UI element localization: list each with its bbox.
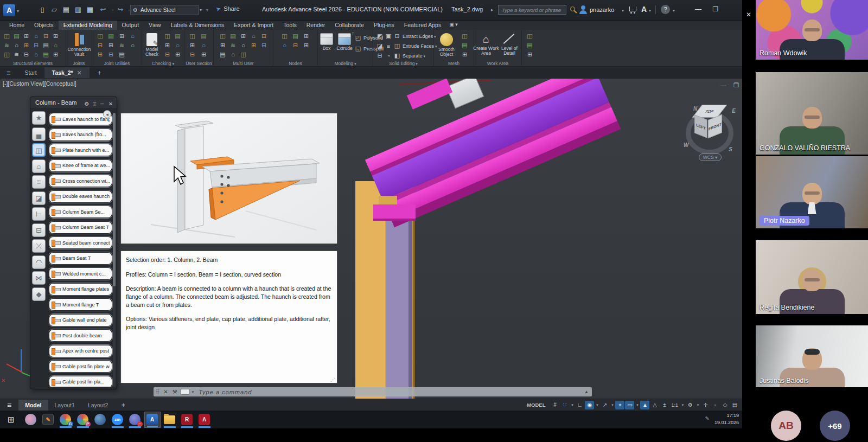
tool-icon[interactable]: [259, 31, 269, 41]
tool-icon[interactable]: ▣: [384, 33, 393, 40]
tool-icon[interactable]: [228, 41, 238, 50]
user-menu-chevron-icon[interactable]: ▾: [622, 8, 624, 13]
category-pipe-icon[interactable]: ⊟: [32, 223, 46, 237]
polar-chevron-icon[interactable]: ▾: [595, 401, 599, 409]
taskbar-photos-icon[interactable]: [23, 412, 39, 428]
panel-label[interactable]: Checking: [142, 61, 184, 66]
window-close-button[interactable]: ✕: [744, 11, 754, 18]
save-icon[interactable]: ▤: [61, 4, 72, 15]
tool-icon[interactable]: ◧: [393, 52, 401, 59]
command-customize-icon[interactable]: ⚒: [170, 389, 180, 395]
tab-close-icon[interactable]: ✕: [77, 69, 82, 76]
customization-icon[interactable]: ▤: [730, 401, 739, 409]
tool-icon[interactable]: [228, 50, 238, 59]
tool-icon[interactable]: [460, 50, 469, 59]
category-plate-icon[interactable]: ◆: [32, 287, 46, 301]
joint-list-item[interactable]: Knee of frame at we...: [49, 159, 112, 172]
wcs-dropdown[interactable]: WCS ▾: [699, 153, 722, 161]
tool-icon[interactable]: [525, 50, 534, 59]
tool-icon[interactable]: [302, 31, 311, 41]
tool-icon[interactable]: [41, 50, 50, 59]
tool-icon[interactable]: [188, 50, 197, 59]
joint-list-item[interactable]: Cross connection wi...: [49, 175, 112, 187]
panel-label[interactable]: Work Area: [474, 61, 521, 66]
tab-task-2[interactable]: Task_2*✕: [44, 67, 90, 78]
category-column-beam-icon[interactable]: ◫: [32, 143, 46, 157]
palette-settings-icon[interactable]: ⚙: [83, 99, 91, 110]
model-space-label[interactable]: MODEL: [527, 402, 545, 408]
tool-icon[interactable]: [117, 31, 126, 41]
tab-view[interactable]: View: [144, 21, 166, 30]
layout-menu-icon[interactable]: ≡: [0, 401, 18, 409]
tool-icon[interactable]: [199, 41, 208, 50]
panel-label[interactable]: Nodes: [273, 61, 317, 66]
joint-list-item[interactable]: Welded moment c...: [49, 267, 112, 280]
autodesk-app-icon[interactable]: A: [641, 5, 647, 14]
tool-icon[interactable]: [106, 31, 116, 41]
annotation-scale-icon[interactable]: ±: [660, 401, 669, 409]
viewport-controls-label[interactable]: [-][Custom View][Conceptual]: [3, 80, 76, 87]
tool-icon[interactable]: ◩: [375, 33, 384, 40]
window-minimize-button[interactable]: —: [693, 5, 703, 13]
app-menu-chevron-icon[interactable]: ▾: [17, 9, 19, 14]
connection-vault-button[interactable]: Connection Vault: [67, 33, 92, 57]
tab-layout1[interactable]: Layout1: [48, 400, 81, 411]
tool-icon[interactable]: [525, 31, 534, 41]
joint-list-item[interactable]: Plate haunch with e...: [49, 144, 112, 156]
command-line[interactable]: ⠿ ✕ ⚒ ▾ Type a command ▲: [154, 387, 592, 396]
tool-icon[interactable]: [117, 50, 126, 59]
category-purlin-icon[interactable]: ◠: [32, 255, 46, 269]
category-base-plates-icon[interactable]: ▄: [32, 127, 46, 141]
ribbon-collapse-icon[interactable]: ▣ ▾: [446, 21, 461, 30]
taskbar-pen-icon[interactable]: ✎: [705, 415, 710, 421]
palette-scrollbar-thumb[interactable]: [113, 113, 116, 286]
tool-icon[interactable]: [188, 41, 197, 50]
tab-export-import[interactable]: Export & Import: [229, 21, 278, 30]
tab-objects[interactable]: Objects: [29, 21, 59, 30]
joint-list-item[interactable]: Apex with centre post: [49, 345, 112, 357]
tool-icon[interactable]: [163, 50, 172, 59]
taskbar-advance-steel-icon[interactable]: A: [144, 412, 161, 428]
tab-extended-modeling[interactable]: Extended Modeling: [59, 21, 117, 30]
tab-tools[interactable]: Tools: [278, 21, 302, 30]
joint-list-item[interactable]: Post double beam: [49, 329, 112, 342]
taskbar-rstudio-icon[interactable]: R: [179, 412, 195, 428]
tool-icon[interactable]: [302, 41, 311, 50]
panel-label[interactable]: Modeling: [318, 61, 373, 66]
taskbar-file-explorer-icon[interactable]: [162, 412, 178, 428]
palette-header[interactable]: Column - Beam ⚙ ⍗ ─ ✕: [30, 97, 117, 108]
window-restore-button[interactable]: ❐: [711, 5, 720, 13]
panel-label[interactable]: User Section: [184, 61, 213, 66]
participant-video-tile[interactable]: Justinas Balodis: [756, 325, 868, 387]
help-icon[interactable]: ?: [661, 5, 670, 14]
resize-grip-icon[interactable]: ⋰: [330, 377, 335, 382]
palette-pin-icon[interactable]: ⍗: [91, 99, 98, 110]
joint-list-item[interactable]: Column Beam Se...: [49, 206, 112, 218]
snap-chevron-icon[interactable]: ▾: [570, 401, 575, 409]
compass-east[interactable]: E: [732, 108, 736, 114]
tool-icon[interactable]: [2, 31, 11, 41]
tool-icon[interactable]: ◔: [384, 53, 393, 59]
tool-icon[interactable]: [460, 31, 469, 41]
taskbar-zoom-icon[interactable]: zm: [110, 412, 126, 428]
compass-south[interactable]: S: [729, 146, 732, 152]
tool-icon[interactable]: [239, 50, 248, 59]
plot-icon[interactable]: ▦: [85, 4, 95, 15]
tool-icon[interactable]: [199, 31, 208, 41]
search-input[interactable]: [498, 5, 566, 15]
tool-icon[interactable]: [218, 50, 227, 59]
osnap-chevron-icon[interactable]: ▾: [635, 401, 640, 409]
category-bracing-icon[interactable]: ⤫: [32, 239, 46, 253]
create-work-area-button[interactable]: ⌂ Create Work Area: [473, 33, 499, 56]
new-file-icon[interactable]: ▯: [37, 4, 48, 15]
tool-icon[interactable]: [95, 50, 105, 59]
undo-icon[interactable]: ↩: [98, 4, 108, 15]
command-recent-chevron-icon[interactable]: ▾: [190, 390, 196, 394]
palette-minimize-icon[interactable]: ─: [98, 99, 106, 110]
category-apex-icon[interactable]: ⌂: [32, 159, 46, 173]
tool-icon[interactable]: [460, 41, 469, 50]
taskbar-whiteboard-icon[interactable]: ✎: [40, 412, 56, 428]
model-viewport[interactable]: [-][Custom View][Conceptual] — ❐ ✕ N E W…: [0, 79, 742, 399]
joint-list-item[interactable]: Gable wall end plate: [49, 314, 112, 326]
tool-icon[interactable]: [218, 41, 227, 50]
